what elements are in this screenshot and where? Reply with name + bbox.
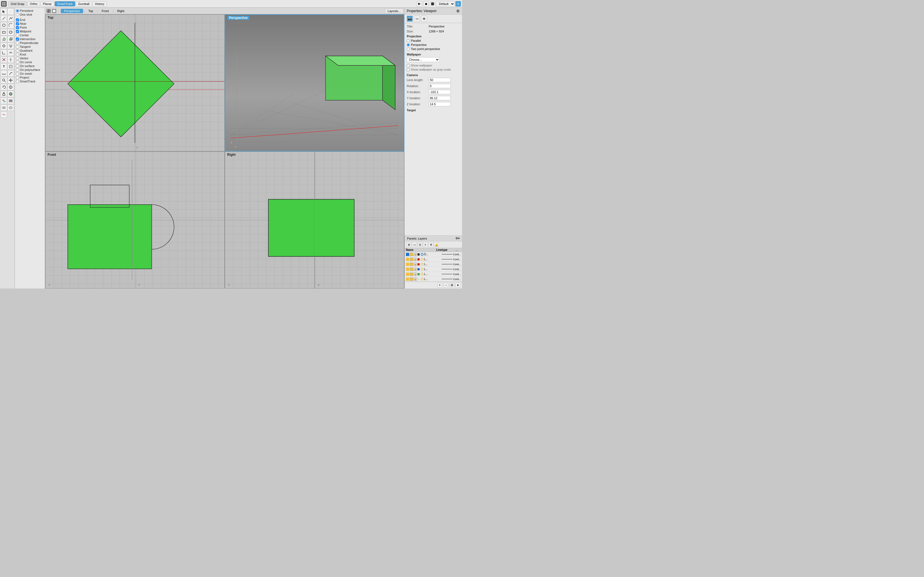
tab-top[interactable]: Top [85,9,97,13]
props-icon-display[interactable]: ▭ [414,16,420,22]
dimension-tool[interactable] [0,70,7,77]
viewport-perspective[interactable]: Perspective z x [225,14,404,152]
lock-tool[interactable] [0,91,7,97]
properties-gear[interactable]: ⚙ [456,9,460,13]
split-tool[interactable] [7,56,14,63]
wallpaper-select[interactable]: Choose... [407,57,440,62]
record-button[interactable]: ⏺ [423,1,429,6]
play-button[interactable]: ▶ [417,1,422,6]
snap-checkbox-smarttrack[interactable] [16,80,19,83]
default-dropdown[interactable]: Default [436,1,455,6]
tab-front[interactable]: Front [99,9,112,13]
mirror-tool[interactable] [7,43,14,49]
fillet-tool[interactable] [0,50,7,56]
rotate-3d-tool[interactable] [0,84,7,90]
layer-row-5[interactable]: 🔒 L... Conti... [405,277,462,282]
snap-checkbox-on-mesh[interactable] [16,72,19,75]
y-location-input[interactable] [429,96,451,100]
hatch-tool[interactable] [7,63,14,70]
props-icon-camera[interactable]: 📷 [407,16,413,22]
snap-checkbox-project[interactable] [16,76,19,79]
snap-checkbox-tangent[interactable] [16,45,19,48]
circle-tool[interactable] [0,22,7,29]
layers-icon-3[interactable]: ⊟ [417,242,422,247]
polyline-tool[interactable] [7,15,14,22]
perspective-radio[interactable] [407,44,410,47]
rectangle-tool[interactable] [0,29,7,35]
layer-tool[interactable] [7,98,14,104]
show-wallpaper-checkbox[interactable] [407,64,410,67]
snap-checkbox-on-curve[interactable] [16,61,19,64]
extra-tool[interactable] [7,105,14,111]
layers-expand-btn[interactable]: ▾ [456,283,460,288]
select-tool[interactable] [0,8,7,15]
text-tool[interactable]: T [0,63,7,70]
snap-checkbox-intersection[interactable] [16,38,19,41]
ortho-button[interactable]: Ortho [27,2,40,6]
planar-button[interactable]: Planar [40,2,54,6]
tab-right[interactable]: Right [114,9,128,13]
zoom-tool[interactable] [0,77,7,84]
layers-gear[interactable]: ⚙▾ [456,237,460,240]
layers-settings-btn[interactable]: ⚙ [449,283,454,288]
snap-checkbox-midpoint[interactable] [16,30,19,33]
layer-row-4[interactable]: 🔒 L... Conti... [405,272,462,277]
two-point-radio[interactable] [407,48,410,50]
layers-icon-1[interactable]: ⊞ [407,242,411,247]
pan-tool[interactable] [7,77,14,84]
layers-icon-5[interactable]: ⚙ [428,242,433,247]
offset-tool[interactable] [7,50,14,56]
snap-checkbox-quadrant[interactable] [16,49,19,52]
parallel-radio[interactable] [407,39,410,42]
layer-row-3[interactable]: 🔒 L... Conti... [405,267,462,272]
snap-checkbox-near[interactable] [16,22,19,25]
snap-checkbox-on-polysurface[interactable] [16,68,19,71]
layers-icon-6[interactable]: 🔔 [434,242,439,247]
snap-checkbox-end[interactable] [16,18,19,21]
expand-button[interactable]: ≡ [456,1,461,6]
layers-remove-btn[interactable]: − [443,283,448,288]
render-tool[interactable] [0,98,7,104]
snap-checkbox-knot[interactable] [16,53,19,56]
arc-tool[interactable] [7,22,14,29]
layers-icon-4[interactable]: ≡ [423,242,428,247]
trim-tool[interactable] [0,56,7,63]
grid-snap-button[interactable]: Grid Snap [8,2,27,6]
leader-tool[interactable] [7,70,14,77]
oneshot-radio[interactable] [16,13,19,16]
analyze-tool[interactable] [7,84,14,90]
props-icon-link[interactable]: ⊕ [421,16,427,22]
history-button[interactable]: History [92,2,107,6]
persistent-radio[interactable] [16,9,19,12]
snap-checkbox-center[interactable] [16,34,19,37]
viewport-front[interactable]: Front z x [45,152,225,288]
transform-tool[interactable] [0,43,7,49]
tab-perspective[interactable]: Perspective [61,9,83,13]
snap-checkbox-point[interactable] [16,26,19,29]
x-location-input[interactable] [429,90,451,94]
polygon-tool[interactable] [7,29,14,35]
layers-icon-2[interactable]: ▭ [412,242,417,247]
flow-tool[interactable] [0,111,7,118]
gumball-button[interactable]: Gumball [76,2,92,6]
view-control-tool[interactable] [0,105,7,111]
viewport-top[interactable]: Top x y [45,14,225,152]
stop-button[interactable] [431,2,434,5]
extrude-tool[interactable] [7,36,14,42]
layer-row-0[interactable]: 🔒 D... Conti... [405,252,462,257]
z-location-input[interactable] [429,102,451,106]
snap-checkbox-perpendicular[interactable] [16,42,19,45]
viewport-grid-toggle[interactable] [46,8,51,13]
grid-menu-button[interactable] [1,1,6,6]
rotation-input[interactable] [429,84,451,88]
snap-checkbox-on-surface[interactable] [16,64,19,68]
snap-checkbox-vertex[interactable] [16,57,19,60]
layers-add-btn[interactable]: + [437,283,442,288]
show-gray-checkbox[interactable] [407,68,410,71]
layouts-button[interactable]: Layouts... [385,8,403,13]
viewport-right[interactable]: Right z y [225,152,404,288]
smarttrack-button[interactable]: SmartTrack [55,2,75,6]
line-tool[interactable] [0,15,7,22]
layer-row-1[interactable]: 🔒 L... Conti... [405,257,462,262]
surface-tool[interactable] [0,36,7,42]
